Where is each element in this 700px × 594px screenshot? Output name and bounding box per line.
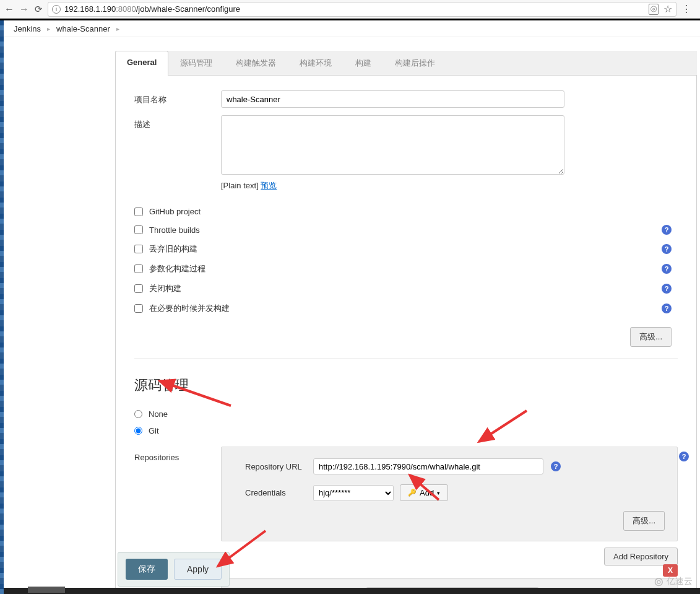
translate-icon[interactable]: ⦾ — [649, 4, 659, 15]
key-icon: 🔑 — [408, 489, 417, 497]
advanced-button[interactable]: 高级... — [630, 327, 672, 347]
repo-url-input[interactable] — [313, 458, 543, 474]
chk-label: 在必要的时候并发构建 — [149, 303, 662, 314]
chevron-right-icon: ▸ — [116, 25, 119, 32]
scm-heading: 源码管理 — [134, 376, 678, 395]
repo-advanced-button[interactable]: 高级... — [623, 511, 665, 531]
back-button[interactable]: ← — [4, 4, 15, 15]
save-button[interactable]: 保存 — [126, 559, 168, 580]
watermark-text: 亿速云 — [667, 576, 693, 587]
add-repository-button[interactable]: Add Repository — [604, 548, 678, 566]
preview-link[interactable]: 预览 — [261, 181, 277, 190]
chk-concurrent[interactable] — [134, 304, 143, 313]
project-name-input[interactable] — [221, 90, 564, 108]
help-icon[interactable]: ? — [662, 284, 672, 294]
tab-triggers[interactable]: 构建触发器 — [224, 51, 288, 75]
left-edge-strip — [0, 20, 4, 594]
chk-parameterized[interactable] — [134, 264, 143, 273]
add-credentials-button[interactable]: 🔑 Add▾ — [400, 484, 448, 501]
help-icon[interactable]: ? — [662, 225, 672, 235]
help-icon[interactable]: ? — [662, 264, 672, 274]
breadcrumb: Jenkins ▸ whale-Scanner ▸ — [0, 20, 700, 37]
info-icon[interactable]: i — [52, 5, 61, 14]
radio-scm-git[interactable] — [134, 427, 142, 435]
chk-label: 关闭构建 — [149, 283, 662, 294]
url-port: :8080 — [116, 4, 136, 14]
crumb-jenkins[interactable]: Jenkins — [14, 24, 41, 33]
watermark-logo-icon: ⊚ — [654, 574, 664, 589]
bookmark-star-icon[interactable]: ☆ — [663, 3, 672, 15]
project-name-label: 项目名称 — [134, 90, 221, 108]
chk-label: GitHub project — [149, 207, 678, 216]
radio-scm-none[interactable] — [134, 410, 142, 418]
browser-menu-icon[interactable]: ⋮ — [676, 3, 696, 15]
reload-button[interactable]: ⟳ — [35, 4, 43, 15]
config-tabs: General 源码管理 构建触发器 构建环境 构建 构建后操作 — [115, 51, 697, 76]
credentials-label: Credentials — [245, 488, 313, 497]
plain-text-label: [Plain text] — [221, 181, 259, 190]
add-label: Add — [420, 488, 434, 497]
browser-toolbar: ← → ⟳ i 192.168.1.190:8080/job/whale-Sca… — [0, 0, 700, 19]
tab-build[interactable]: 构建 — [344, 51, 383, 75]
url-path: /job/whale-Scanner/configure — [136, 4, 240, 14]
chk-disable-build[interactable] — [134, 284, 143, 293]
chevron-right-icon: ▸ — [47, 25, 50, 32]
chevron-down-icon: ▾ — [437, 490, 440, 496]
forward-button[interactable]: → — [19, 4, 30, 15]
tab-env[interactable]: 构建环境 — [288, 51, 344, 75]
chk-label: 参数化构建过程 — [149, 263, 662, 274]
bottom-edge-bar — [0, 588, 700, 594]
chk-throttle-builds[interactable] — [134, 225, 143, 234]
chk-github-project[interactable] — [134, 207, 143, 216]
tab-scm[interactable]: 源码管理 — [168, 51, 224, 75]
crumb-job[interactable]: whale-Scanner — [56, 24, 110, 33]
help-icon[interactable]: ? — [662, 304, 672, 313]
help-icon[interactable]: ? — [551, 461, 561, 471]
sticky-footer: 保存 Apply — [118, 552, 230, 587]
chk-label: 丢弃旧的构建 — [149, 243, 662, 255]
chk-label: Throttle builds — [149, 225, 662, 235]
tab-general[interactable]: General — [115, 51, 168, 76]
radio-label-git: Git — [149, 426, 159, 435]
help-icon[interactable]: ? — [662, 244, 672, 254]
tab-postbuild[interactable]: 构建后操作 — [383, 51, 447, 75]
url-host: 192.168.1.190 — [64, 4, 116, 14]
description-label: 描述 — [134, 115, 221, 191]
repo-url-label: Repository URL — [245, 462, 313, 471]
credentials-select[interactable]: hjq/****** — [313, 485, 394, 501]
repositories-label: Repositories — [134, 447, 221, 566]
url-bar[interactable]: i 192.168.1.190:8080/job/whale-Scanner/c… — [48, 2, 676, 17]
repository-block: Repository URL ? Credentials hjq/****** — [221, 447, 678, 541]
description-textarea[interactable] — [221, 115, 564, 175]
watermark: ⊚ 亿速云 — [654, 574, 693, 589]
chk-discard-old[interactable] — [134, 245, 143, 253]
radio-label-none: None — [149, 409, 168, 419]
help-icon[interactable]: ? — [679, 452, 689, 461]
apply-button[interactable]: Apply — [174, 559, 222, 580]
